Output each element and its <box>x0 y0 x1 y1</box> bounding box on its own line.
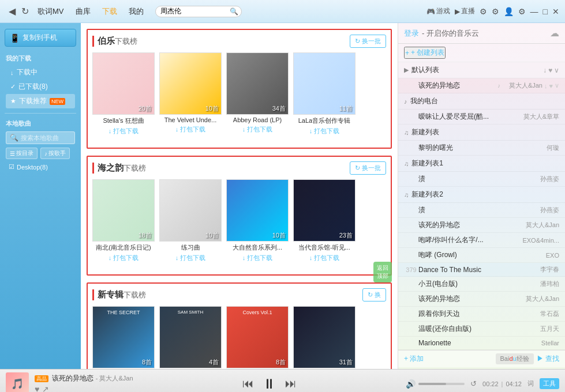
playlist-item-new2[interactable]: ♫ 新建列表1 <box>398 156 565 172</box>
prev-button[interactable]: ⏮ <box>242 377 254 390</box>
expand-action-icon[interactable]: ∨ <box>554 66 559 74</box>
song-row[interactable]: 小丑(电台版) 潘玮柏 <box>398 277 565 292</box>
album-download-button[interactable]: ↓ 打包下载 <box>242 125 273 134</box>
album-cover-gundam[interactable]: 31首 <box>293 306 356 368</box>
song-row[interactable]: 该死的异地恋 莫大人&Jan <box>398 218 565 233</box>
album-cover-nanbe[interactable]: 18首 <box>92 179 155 242</box>
album-download-button[interactable]: ↓ 打包下载 <box>108 253 139 263</box>
haizhiyun-refresh-button[interactable]: ↻ 换一批 <box>350 161 386 175</box>
playlist-item-new1[interactable]: ♫ 新建列表 <box>398 125 565 141</box>
live-link[interactable]: ▶ 直播 <box>455 6 475 16</box>
download-icon[interactable]: ↓ <box>544 82 548 89</box>
album-download-button[interactable]: ↓ 打包下载 <box>309 126 340 136</box>
playlist-name: 新建列表2 <box>411 190 559 199</box>
refresh-icon: ↻ <box>368 291 373 299</box>
tools-button[interactable]: 工具 <box>540 378 559 389</box>
cloud-icon[interactable]: ☁ <box>550 28 559 39</box>
sidebar-recommended[interactable]: ★ 下载推荐 NEW <box>6 94 75 108</box>
song-name: 渍 <box>418 205 519 215</box>
nav-library[interactable]: 曲库 <box>70 6 96 17</box>
sidebar-downloading[interactable]: ↓ 下载中 <box>6 65 75 80</box>
nav-download[interactable]: 下载 <box>96 6 123 17</box>
left-sidebar: 📱 复制到手机 我的下载 ↓ 下载中 ✓ 已下载(8) ★ 下载推荐 NEW 本… <box>0 23 81 369</box>
album-cover-abbey[interactable]: 34首 <box>226 52 289 115</box>
search-input[interactable] <box>160 7 230 16</box>
playlist-item-new3[interactable]: ♫ 新建列表2 <box>398 187 565 203</box>
back-button[interactable]: ◀ <box>6 6 18 17</box>
album-cover-stella[interactable]: 20首 <box>92 52 155 115</box>
next-button[interactable]: ⏭ <box>285 377 297 390</box>
song-row[interactable]: 跟着你到天边 常石磊 <box>398 307 565 322</box>
playlist-icon: ♫ <box>404 160 409 167</box>
song-row[interactable]: 温暖(还你自由版) 五月天 <box>398 322 565 337</box>
song-row[interactable]: Marionette Stellar <box>398 337 565 350</box>
album-cover-secret[interactable]: THE SECRET 8首 <box>92 306 155 368</box>
song-row-dance[interactable]: 379 Dance To The Music 李宇春 <box>398 263 565 277</box>
volume-bar[interactable] <box>418 383 465 385</box>
folder-icon: ☑ <box>9 163 14 171</box>
album-download-button[interactable]: ↓ 打包下载 <box>242 253 273 263</box>
song-row[interactable]: 该死的异地恋 ♪ 莫大人&Jan ↓ ♥ ∨ <box>398 78 565 93</box>
album-cover-lianxi[interactable]: 10首 <box>159 179 222 242</box>
repeat-mode-button[interactable]: ↺ <box>470 379 477 388</box>
heart-button[interactable]: ♥ <box>35 385 39 392</box>
sync-to-phone-button[interactable]: 📱 复制到手机 <box>5 29 76 47</box>
heart-icon[interactable]: ♥ <box>549 82 553 89</box>
haizhiyun-header: 海之韵下载榜 ↻ 换一批 <box>92 161 386 175</box>
minimize-icon[interactable]: — <box>530 7 538 16</box>
album-cover-sam[interactable]: SAM SMITH 4首 <box>159 306 222 368</box>
song-row[interactable]: 渍 孙燕姿 <box>398 172 565 187</box>
create-playlist-button[interactable]: + + 创建列表 <box>404 47 446 59</box>
close-icon[interactable]: ✕ <box>552 7 559 16</box>
sort-by-singer-button[interactable]: ♪ 按歌手 <box>40 148 70 159</box>
sort-by-dir-button[interactable]: ☰ 按目录 <box>6 148 38 159</box>
settings-icon[interactable]: ⚙ <box>492 7 499 16</box>
bole-refresh-button[interactable]: ↻ 换一批 <box>350 35 386 48</box>
desktop-folder[interactable]: ☑ Desktop(8) <box>6 161 75 172</box>
album-cover-dangdai[interactable]: 23首 <box>293 179 356 242</box>
playlist-item-radio[interactable]: ♪ 我的电台 <box>398 93 565 110</box>
download-action-icon[interactable]: ↓ <box>543 66 547 74</box>
forward-button[interactable]: ↻ <box>18 6 32 17</box>
local-search-icon: 🔍 <box>10 134 18 142</box>
newalbum-refresh-button[interactable]: ↻ 换 <box>362 288 386 301</box>
song-row[interactable]: 暧昧让人爱尽受屈(酷... 莫大人&章草 <box>398 110 565 125</box>
lyrics-button[interactable]: 词 <box>527 379 534 388</box>
user-icon[interactable]: 👤 <box>504 7 514 16</box>
song-row[interactable]: 咆哮 (Growl) EXO <box>398 248 565 263</box>
maximize-icon[interactable]: □ <box>543 7 548 16</box>
album-cover-nature[interactable]: 10首 <box>226 179 289 242</box>
playlist-name: 新建列表1 <box>411 159 559 168</box>
track-count: 10首 <box>205 231 219 240</box>
album-download-button[interactable]: ↓ 打包下载 <box>175 125 206 134</box>
login-link[interactable]: 登录 <box>404 28 419 39</box>
song-artist: 莫大人&Jan <box>519 221 559 229</box>
heart-action-icon[interactable]: ♥ <box>548 66 552 74</box>
add-button[interactable]: + 添加 <box>404 354 424 364</box>
playlist-item-default[interactable]: ▶ 默认列表 ↓ ♥ ∨ <box>398 62 565 78</box>
song-row[interactable]: 该死的异地恋 莫大人&Jan <box>398 292 565 307</box>
song-row[interactable]: 咆哮/你叫什么名字/... EXO&4min... <box>398 233 565 248</box>
album-cover-velvet[interactable]: 10首 <box>159 52 222 115</box>
search-icon[interactable]: 🔍 <box>230 7 238 16</box>
album-cover-lala[interactable]: 11首 <box>293 52 356 115</box>
gear-icon[interactable]: ⚙ <box>518 7 526 16</box>
sidebar-downloaded[interactable]: ✓ 已下载(8) <box>6 80 75 94</box>
album-download-button[interactable]: ↓ 打包下载 <box>309 253 340 263</box>
album-download-button[interactable]: ↓ 打包下载 <box>175 253 206 263</box>
album-download-button[interactable]: ↓ 打包下载 <box>108 126 139 136</box>
volume-icon[interactable]: 🔊 <box>406 379 416 389</box>
song-row[interactable]: 渍 孙燕姿 <box>398 203 565 218</box>
share-button[interactable]: ↗ <box>42 385 49 392</box>
nav-lyrics-mv[interactable]: 歌词MV <box>32 6 70 17</box>
local-search-input[interactable] <box>21 134 73 141</box>
nav-my[interactable]: 我的 <box>123 6 149 17</box>
back-to-top-button[interactable]: 返回顶部 <box>373 262 392 282</box>
expand-icon[interactable]: ∨ <box>555 82 559 89</box>
find-button[interactable]: ▶ 查找 <box>537 354 559 364</box>
song-row[interactable]: 黎明的曙光 何璇 <box>398 141 565 156</box>
album-cover-covers[interactable]: Covers Vol.1 8首 <box>226 306 289 368</box>
games-link[interactable]: 🎮 游戏 <box>426 6 450 16</box>
pause-button[interactable]: ⏸ <box>263 376 276 392</box>
filter-icon[interactable]: ⚙ <box>480 7 487 16</box>
